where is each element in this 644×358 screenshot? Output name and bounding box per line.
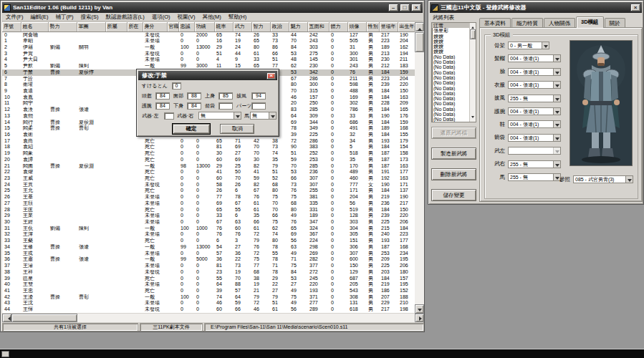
table-row[interactable]: 42王淩曹操曹彰一般100074647979753710308男207188 xyxy=(2,294,415,301)
column-header-14[interactable]: 魅力 xyxy=(289,22,307,32)
menu-item-3[interactable]: 搜索(S) xyxy=(77,14,102,21)
dialog-field-input[interactable] xyxy=(218,102,233,110)
column-header-11[interactable]: 武力 xyxy=(233,22,251,32)
column-header-5[interactable]: 所在 xyxy=(127,22,143,32)
table-row[interactable]: 4尹大目未登場00493351481450301男230211 xyxy=(2,57,415,63)
table-row[interactable]: 17袁尚死亡006571423872286034男193179 xyxy=(2,138,415,145)
column-header-1[interactable]: 姓名 xyxy=(21,22,48,32)
table-row[interactable]: 23王威死亡0060705952663070460男192163 xyxy=(2,175,415,182)
table-row[interactable]: 19閻象死亡0030277074512520518男187158 xyxy=(2,150,415,157)
table-row[interactable]: 25王允死亡002666780762550171男184137 xyxy=(2,188,415,194)
dialog-field-input[interactable] xyxy=(251,102,266,110)
taskbar-button[interactable] xyxy=(1,351,9,357)
column-header-20[interactable]: 出生年 xyxy=(398,22,415,32)
column-header-18[interactable]: 性別 xyxy=(366,22,379,32)
column-header-15[interactable]: 五圍和 xyxy=(307,22,329,32)
menu-item-7[interactable]: 其他(M) xyxy=(199,14,225,21)
scroll-thumb[interactable] xyxy=(415,32,424,52)
dialog-field-input[interactable]: 84 xyxy=(155,92,170,100)
cancel-button[interactable]: 取消 xyxy=(220,124,254,134)
scroll-down-button[interactable] xyxy=(415,304,424,314)
menu-item-0[interactable]: 文件(F) xyxy=(2,14,27,21)
table-row[interactable]: 38王祥未發現0023196878842720129男203180 xyxy=(2,269,415,276)
list-scroll-thumb[interactable] xyxy=(470,29,476,39)
menu-item-6[interactable]: 視圖(V) xyxy=(174,14,199,21)
dialog-field-input[interactable]: 94 xyxy=(251,92,266,100)
column-header-7[interactable]: 官職 xyxy=(167,22,178,32)
dialog-field-input[interactable]: 88 xyxy=(187,92,201,100)
dropdown-icon[interactable] xyxy=(553,161,560,168)
delete-officer-button[interactable]: 刪除新武將 xyxy=(431,168,476,180)
officer-listbox[interactable]: 江雪張星彩嫂嫂嫂嫂嫂嫂嫂嫂(No Data)(No Data)(No Data)… xyxy=(431,22,476,122)
dropdown-icon[interactable] xyxy=(553,147,560,154)
table-row[interactable]: 2伊籍劉備關羽一般100130002924808684303031男189162 xyxy=(2,44,415,51)
dialog-field-input[interactable]: 84 xyxy=(155,102,170,110)
column-header-0[interactable]: 序號 xyxy=(2,22,21,32)
vertical-scrollbar[interactable] xyxy=(415,22,424,314)
table-row[interactable]: 27王頎未登場006967617068335056男236217 xyxy=(2,200,415,207)
table-row[interactable]: 0阿會喃未發現0200065742633442420127男217190 xyxy=(2,32,415,38)
horizontal-scrollbar[interactable] xyxy=(2,314,424,322)
scroll-right-button[interactable] xyxy=(415,314,424,322)
weapon-right-dropdown-icon[interactable] xyxy=(234,112,241,119)
table-row[interactable]: 34王修曹操張遼一般991300054277678632980306男18716… xyxy=(2,244,415,251)
column-header-8[interactable]: 忠誠 xyxy=(178,22,194,32)
model-field-combo-骨架[interactable]: 0 - 男一般 xyxy=(508,42,549,49)
dropdown-icon[interactable] xyxy=(553,121,560,127)
horse-combo[interactable]: 無 xyxy=(250,112,277,120)
column-header-10[interactable]: 統率 xyxy=(214,22,233,32)
dropdown-icon[interactable] xyxy=(553,55,560,62)
model-field-combo-馬[interactable]: 255 - 無 xyxy=(508,173,561,181)
table-row[interactable]: 40王雙未登場0064881922272200205男219195 xyxy=(2,281,415,288)
reference-dropdown-icon[interactable] xyxy=(625,176,633,183)
table-row[interactable]: 21閻圃曹操夏侯淵一般981300029258279702850170男1871… xyxy=(2,163,415,170)
tab-1[interactable]: 能力特質 xyxy=(511,18,543,28)
maximize-button[interactable]: □ xyxy=(400,4,410,11)
dropdown-icon[interactable] xyxy=(553,135,560,141)
close-button[interactable]: × xyxy=(411,4,421,11)
scroll-left-button[interactable] xyxy=(2,314,11,322)
dialog-field-input[interactable]: 84 xyxy=(187,102,201,110)
dropdown-icon[interactable] xyxy=(553,69,560,75)
dialog-field-input[interactable]: 85 xyxy=(218,92,233,100)
menu-item-4[interactable]: 默認遊戲語言(L) xyxy=(102,14,148,21)
menu-item-1[interactable]: 編輯(E) xyxy=(27,14,52,21)
minimize-button[interactable]: – xyxy=(388,4,398,11)
tab-4[interactable]: 關於 xyxy=(605,18,625,28)
table-row[interactable]: 26王基未登場0077787675753810204男219190 xyxy=(2,194,415,200)
table-row[interactable]: 3尹賞未發現0051446166532750300男213194 xyxy=(2,51,415,57)
column-header-4[interactable]: 所屬 xyxy=(105,22,127,32)
table-row[interactable]: 24王異未發現0058268268733070777女190171 xyxy=(2,182,415,188)
table-row[interactable]: 31王伉劉備陳到一般100100076606162653240304男21518… xyxy=(2,226,415,232)
dropdown-icon[interactable] xyxy=(553,108,560,115)
column-header-3[interactable]: 軍團 xyxy=(77,22,105,32)
table-row[interactable]: 44王惲未發現0060664661562890618男217198 xyxy=(2,306,415,313)
tab-3[interactable]: 3D模組 xyxy=(576,16,604,28)
table-row[interactable]: 33王粲死亡00637980562240151男193177 xyxy=(2,238,415,244)
weapon-left-input[interactable] xyxy=(164,112,174,120)
model-field-combo-臉[interactable]: 004 - 張遼(1) xyxy=(508,68,561,76)
tab-2[interactable]: 人物關係 xyxy=(544,18,575,28)
column-header-16[interactable]: 體力 xyxy=(329,22,347,32)
column-header-2[interactable]: 勢力 xyxy=(48,22,77,32)
table-row[interactable]: 28王匡死亡0065556170803310519男184150 xyxy=(2,207,415,213)
model-field-combo-武右[interactable]: 255 - 無 xyxy=(508,160,561,168)
table-row[interactable]: 29王業未登場003363566491890128男239220 xyxy=(2,213,415,219)
table-row[interactable]: 1韋昭未登場0016196573702430505男223204 xyxy=(2,38,415,44)
ok-button[interactable]: 確定 xyxy=(173,124,210,134)
list-scrollbar[interactable] xyxy=(469,23,476,122)
column-header-17[interactable]: 頭像 xyxy=(347,22,366,32)
scroll-up-button[interactable] xyxy=(415,22,424,32)
column-header-13[interactable]: 政治 xyxy=(270,22,289,32)
column-header-9[interactable]: 功績 xyxy=(194,22,214,32)
dropdown-icon[interactable] xyxy=(553,82,560,88)
weapon-right-combo[interactable]: 無 xyxy=(198,112,241,120)
column-header-12[interactable]: 智力 xyxy=(251,22,270,32)
model-field-combo-箭袋[interactable]: 004 - 張遼(1) xyxy=(508,134,561,142)
table-row[interactable]: 18袁紹死亡00816970739038305男184154 xyxy=(2,144,415,150)
horse-dropdown-icon[interactable] xyxy=(269,112,276,119)
table-row[interactable]: 43王沈未登場0046597251492770131男229210 xyxy=(2,300,415,306)
menu-item-5[interactable]: 選項(O) xyxy=(148,14,174,21)
column-header-19[interactable]: 登場年 xyxy=(379,22,398,32)
menu-item-2[interactable]: 補丁(P) xyxy=(52,14,77,21)
